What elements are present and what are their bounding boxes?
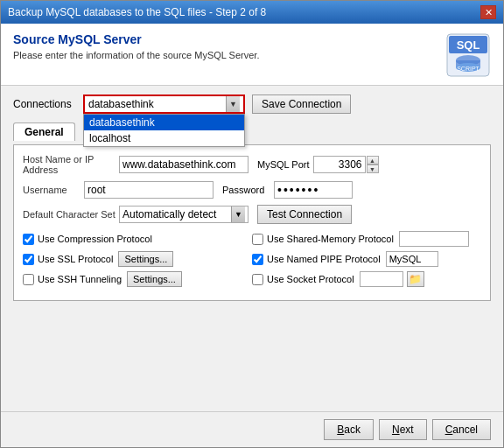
password-input[interactable] [274, 181, 353, 199]
named-pipe-col: Use Named PIPE Protocol [252, 251, 481, 267]
footer: Back Next Cancel [1, 411, 503, 447]
form-panel: Host Name or IP Address MySQL Port ▲ ▼ U… [13, 144, 491, 301]
checkbox-row-3: Use SSH Tunneling Settings... Use Socket… [23, 271, 481, 287]
charset-value: Automatically detect [122, 208, 216, 220]
sql-icon: SQL SCRIPT [445, 32, 491, 78]
named-pipe-input[interactable] [386, 251, 438, 267]
socket-path-input [360, 271, 403, 287]
host-label: Host Name or IP Address [23, 154, 119, 175]
host-row: Host Name or IP Address MySQL Port ▲ ▼ [23, 154, 481, 175]
dropdown-item-databasethink[interactable]: databasethink [84, 115, 244, 130]
socket-label: Use Socket Protocol [267, 274, 354, 284]
svg-text:SQL: SQL [457, 38, 480, 52]
back-button[interactable]: Back [324, 419, 374, 440]
checkbox-row-1: Use Compression Protocol Use Shared-Memo… [23, 231, 481, 247]
ssl-settings-button[interactable]: Settings... [118, 251, 173, 267]
header-text: Source MySQL Server Please enter the inf… [13, 32, 259, 60]
content-area: Connections databasethink ▼ databasethin… [1, 86, 503, 411]
ssl-checkbox[interactable] [23, 254, 34, 265]
ssl-col: Use SSL Protocol Settings... [23, 251, 252, 267]
shared-memory-checkbox[interactable] [252, 234, 263, 245]
password-group: Password [222, 181, 353, 199]
test-connection-button[interactable]: Test Connection [257, 205, 352, 224]
close-button[interactable]: ✕ [480, 5, 496, 19]
charset-dropdown[interactable]: Automatically detect ▼ [119, 206, 248, 223]
charset-dropdown-arrow: ▼ [231, 206, 245, 222]
shared-memory-input [399, 231, 469, 247]
svg-text:SCRIPT: SCRIPT [457, 66, 480, 72]
compression-col: Use Compression Protocol [23, 234, 252, 245]
connections-dropdown-arrow: ▼ [226, 96, 240, 112]
ssh-settings-button[interactable]: Settings... [127, 271, 182, 287]
next-button[interactable]: Next [379, 419, 427, 440]
ssh-label: Use SSH Tunneling [38, 274, 122, 284]
dropdown-item-localhost[interactable]: localhost [84, 130, 244, 146]
socket-col: Use Socket Protocol 📁 [252, 271, 481, 287]
page-title: Source MySQL Server [13, 32, 259, 46]
connections-label: Connections [13, 98, 83, 110]
compression-checkbox[interactable] [23, 234, 34, 245]
password-label: Password [222, 185, 270, 195]
folder-icon: 📁 [409, 273, 422, 285]
main-window: Backup MySQL databases to the SQL files … [0, 0, 504, 448]
username-input[interactable] [84, 181, 214, 199]
ssh-checkbox[interactable] [23, 274, 34, 285]
window-title: Backup MySQL databases to the SQL files … [8, 6, 266, 18]
charset-row: Default Character Set Automatically dete… [23, 205, 481, 224]
checkbox-row-2: Use SSL Protocol Settings... Use Named P… [23, 251, 481, 267]
port-label: MySQL Port [257, 159, 310, 170]
username-row: Username Password [23, 181, 481, 199]
connections-dropdown-container: databasethink ▼ databasethink localhost [83, 94, 245, 114]
cancel-button[interactable]: Cancel [432, 419, 491, 440]
port-up-spinner[interactable]: ▲ [367, 156, 379, 164]
username-label: Username [23, 185, 84, 195]
tab-general[interactable]: General [13, 122, 75, 141]
ssl-label: Use SSL Protocol [38, 254, 113, 264]
shared-memory-col: Use Shared-Memory Protocol [252, 231, 481, 247]
port-down-spinner[interactable]: ▼ [367, 164, 379, 173]
named-pipe-checkbox[interactable] [252, 254, 263, 265]
socket-folder-button[interactable]: 📁 [407, 271, 424, 287]
named-pipe-label: Use Named PIPE Protocol [267, 254, 381, 264]
connections-selected-value: databasethink [88, 98, 154, 110]
checkboxes-area: Use Compression Protocol Use Shared-Memo… [23, 231, 481, 287]
port-spinners: ▲ ▼ [367, 156, 379, 173]
port-input[interactable] [313, 156, 366, 173]
host-input[interactable] [119, 156, 248, 173]
title-bar: Backup MySQL databases to the SQL files … [1, 1, 503, 24]
connections-dropdown-menu: databasethink localhost [83, 114, 245, 147]
port-group: MySQL Port ▲ ▼ [257, 156, 379, 173]
socket-checkbox[interactable] [252, 274, 263, 285]
compression-label: Use Compression Protocol [38, 234, 152, 244]
header-area: Source MySQL Server Please enter the inf… [1, 24, 503, 86]
ssh-col: Use SSH Tunneling Settings... [23, 271, 252, 287]
charset-label: Default Character Set [23, 209, 119, 220]
connections-dropdown[interactable]: databasethink ▼ [83, 94, 245, 114]
connections-row: Connections databasethink ▼ databasethin… [13, 94, 491, 114]
page-subtitle: Please enter the information of the sour… [13, 50, 259, 60]
save-connection-button[interactable]: Save Connection [252, 94, 351, 114]
shared-memory-label: Use Shared-Memory Protocol [267, 234, 394, 244]
